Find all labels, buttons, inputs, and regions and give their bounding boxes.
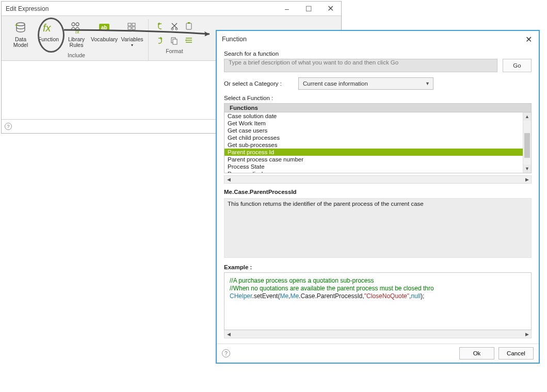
function-list-item[interactable]: Get case users: [224, 127, 523, 134]
scroll-right-icon[interactable]: ▶: [523, 332, 531, 337]
ok-button[interactable]: Ok: [459, 347, 494, 360]
copy-button[interactable]: [168, 35, 181, 47]
function-list-item[interactable]: Parent process Id: [224, 149, 523, 156]
svg-rect-10: [128, 27, 131, 29]
scrollbar-thumb[interactable]: [524, 133, 530, 158]
category-select[interactable]: Current case information ▼: [298, 77, 433, 90]
function-dialog: Function ✕ Search for a function Type a …: [216, 30, 540, 364]
chevron-down-icon: ▼: [425, 81, 430, 86]
svg-rect-14: [186, 23, 191, 29]
scroll-down-icon[interactable]: ▼: [523, 165, 531, 173]
example-label: Example :: [224, 264, 532, 270]
library-rules-button[interactable]: fx LibraryRules: [63, 19, 89, 51]
close-icon[interactable]: ✕: [523, 35, 534, 44]
data-model-button[interactable]: + DataModel: [8, 19, 34, 51]
function-signature: Me.Case.ParentProcessId: [224, 189, 532, 195]
paste-button[interactable]: [183, 20, 195, 32]
edit-title: Edit Expression: [6, 5, 49, 12]
redo-button[interactable]: [154, 35, 166, 47]
function-list-item[interactable]: Parent process case number: [224, 156, 523, 163]
help-icon[interactable]: ?: [5, 123, 12, 130]
svg-rect-8: [128, 23, 131, 26]
library-rules-label: LibraryRules: [68, 37, 85, 48]
category-value: Current case information: [303, 80, 368, 87]
vertical-scrollbar[interactable]: ▲ ▼: [523, 112, 531, 173]
maximize-button[interactable]: ☐: [298, 2, 319, 16]
category-label: Or select a Category :: [224, 80, 293, 87]
function-list-header: Functions: [224, 104, 531, 112]
function-dialog-titlebar: Function ✕: [217, 31, 539, 47]
svg-text:ab: ab: [101, 25, 107, 30]
function-label: Function: [38, 37, 59, 42]
search-input[interactable]: Type a brief description of what you wan…: [224, 59, 497, 72]
search-label: Search for a function: [224, 51, 532, 57]
svg-rect-15: [188, 22, 190, 24]
data-model-label: DataModel: [13, 37, 28, 48]
function-list-item[interactable]: Get sub-processes: [224, 141, 523, 149]
scroll-left-icon[interactable]: ◀: [224, 332, 233, 337]
function-dialog-title: Function: [222, 36, 247, 43]
example-code: //A purchase process opens a quotation s…: [224, 272, 532, 330]
ribbon-group-format: Format: [149, 19, 198, 60]
function-list: Functions Case solution dateGet Work Ite…: [224, 103, 532, 173]
function-list-item[interactable]: Get Work Item: [224, 120, 523, 127]
go-button[interactable]: Go: [503, 59, 532, 72]
svg-rect-17: [173, 39, 177, 44]
help-icon[interactable]: ?: [222, 349, 230, 357]
scroll-right-icon[interactable]: ▶: [523, 177, 531, 182]
vocabulary-label: Vocabulary: [91, 37, 118, 42]
close-button[interactable]: ✕: [319, 2, 341, 16]
vocabulary-icon: ab: [96, 20, 112, 36]
minimize-button[interactable]: –: [276, 2, 298, 16]
variables-button[interactable]: Variables▾: [119, 19, 145, 51]
library-rules-icon: fx: [69, 20, 84, 36]
function-list-item[interactable]: Process display name: [224, 170, 523, 173]
svg-point-3: [72, 23, 75, 26]
edit-titlebar: Edit Expression – ☐ ✕: [2, 2, 341, 16]
indent-button[interactable]: [183, 35, 195, 47]
function-dialog-footer: ? Ok Cancel: [217, 344, 539, 363]
horizontal-scrollbar[interactable]: ◀ ▶: [224, 175, 532, 184]
svg-rect-11: [132, 27, 135, 29]
function-list-item[interactable]: Process State: [224, 163, 523, 170]
undo-button[interactable]: [154, 20, 166, 32]
function-description: This function returns the identifier of …: [224, 198, 532, 258]
scroll-up-icon[interactable]: ▲: [523, 112, 531, 121]
vocabulary-button[interactable]: ab Vocabulary: [91, 19, 117, 51]
variables-icon: [124, 20, 140, 36]
cancel-button[interactable]: Cancel: [498, 347, 534, 360]
variables-label: Variables▾: [121, 37, 143, 48]
database-icon: +: [13, 20, 28, 36]
svg-point-4: [76, 23, 79, 26]
svg-text:+: +: [15, 22, 18, 28]
fx-icon: fx: [41, 20, 56, 36]
example-scrollbar[interactable]: ◀ ▶: [224, 330, 532, 338]
include-caption: Include: [68, 51, 85, 60]
select-function-label: Select a Function :: [224, 95, 532, 101]
scroll-left-icon[interactable]: ◀: [224, 177, 233, 182]
ribbon-group-include: + DataModel fx Function fx: [5, 19, 149, 60]
function-list-item[interactable]: Get child processes: [224, 134, 523, 141]
svg-rect-9: [132, 23, 135, 26]
svg-text:fx: fx: [43, 22, 52, 34]
function-list-item[interactable]: Case solution date: [224, 112, 523, 120]
format-caption: Format: [166, 47, 183, 56]
function-button[interactable]: fx Function: [36, 19, 61, 51]
cut-button[interactable]: [168, 20, 181, 32]
svg-text:fx: fx: [75, 29, 80, 35]
